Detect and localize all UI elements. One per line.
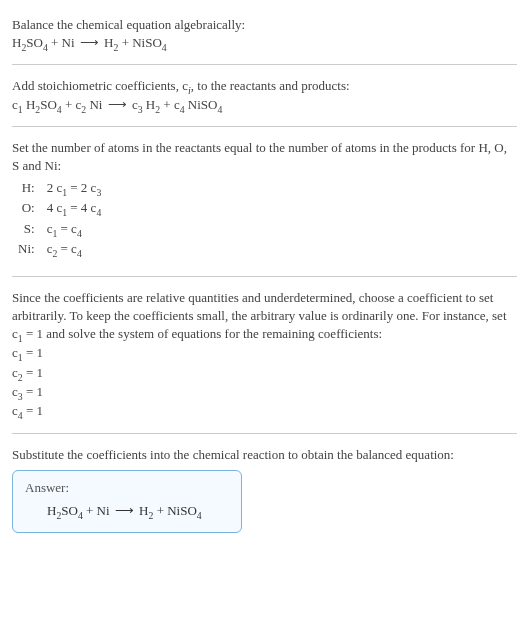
atom-label: O:: [12, 199, 41, 219]
add-coeffs-section: Add stoichiometric coefficients, ci, to …: [12, 69, 517, 121]
choose-coeff-text: Since the coefficients are relative quan…: [12, 289, 517, 344]
answer-box: Answer: H2SO4 + Ni ⟶ H2 + NiSO4: [12, 470, 242, 532]
choose-coeff-section: Since the coefficients are relative quan…: [12, 281, 517, 429]
atom-label: H:: [12, 179, 41, 199]
intro-line1: Balance the chemical equation algebraica…: [12, 16, 517, 34]
atom-equation: 2 c1 = 2 c3: [41, 179, 108, 199]
coef-solution: c1 = 1: [12, 344, 517, 362]
divider: [12, 64, 517, 65]
add-coeffs-text: Add stoichiometric coefficients, ci, to …: [12, 77, 517, 95]
divider: [12, 126, 517, 127]
table-row: S: c1 = c4: [12, 220, 107, 240]
atom-equations-table: H: 2 c1 = 2 c3 O: 4 c1 = 4 c4 S: c1 = c4…: [12, 179, 107, 260]
set-atoms-text: Set the number of atoms in the reactants…: [12, 139, 517, 175]
table-row: O: 4 c1 = 4 c4: [12, 199, 107, 219]
atom-equation: c2 = c4: [41, 240, 108, 260]
atom-equation: c1 = c4: [41, 220, 108, 240]
answer-label: Answer:: [25, 479, 229, 497]
coef-solution: c4 = 1: [12, 402, 517, 420]
intro-section: Balance the chemical equation algebraica…: [12, 8, 517, 60]
coef-solution: c3 = 1: [12, 383, 517, 401]
coeffs-equation: c1 H2SO4 + c2 Ni ⟶ c3 H2 + c4 NiSO4: [12, 96, 517, 114]
atom-label: Ni:: [12, 240, 41, 260]
coef-solutions-list: c1 = 1 c2 = 1 c3 = 1 c4 = 1: [12, 344, 517, 420]
atom-equation: 4 c1 = 4 c4: [41, 199, 108, 219]
divider: [12, 276, 517, 277]
table-row: H: 2 c1 = 2 c3: [12, 179, 107, 199]
substitute-section: Substitute the coefficients into the che…: [12, 438, 517, 541]
atom-label: S:: [12, 220, 41, 240]
table-row: Ni: c2 = c4: [12, 240, 107, 260]
coef-solution: c2 = 1: [12, 364, 517, 382]
balanced-equation: H2SO4 + Ni ⟶ H2 + NiSO4: [25, 502, 229, 520]
unbalanced-equation: H2SO4 + Ni ⟶ H2 + NiSO4: [12, 34, 517, 52]
divider: [12, 433, 517, 434]
set-atoms-section: Set the number of atoms in the reactants…: [12, 131, 517, 272]
substitute-text: Substitute the coefficients into the che…: [12, 446, 517, 464]
